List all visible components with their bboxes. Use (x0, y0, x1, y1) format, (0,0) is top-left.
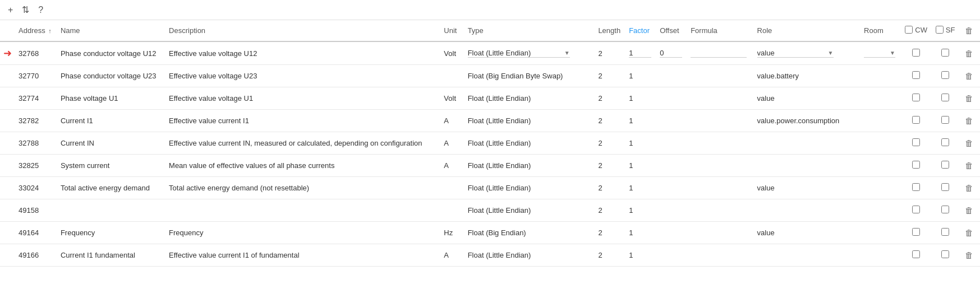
cell-sf[interactable] (932, 41, 959, 65)
cw-checkbox[interactable] (912, 116, 920, 124)
sf-checkbox[interactable] (941, 116, 949, 124)
sf-header-checkbox[interactable] (936, 26, 944, 34)
cell-role: value (754, 222, 861, 244)
cw-checkbox[interactable] (912, 49, 920, 57)
cw-checkbox[interactable] (912, 250, 920, 258)
cell-offset (656, 110, 687, 132)
sf-checkbox[interactable] (941, 94, 949, 101)
cell-sf[interactable] (932, 132, 959, 155)
cell-room[interactable]: ▼ (861, 41, 901, 65)
cw-checkbox[interactable] (912, 161, 920, 169)
role-select[interactable]: valuevalue.batteryvalue.power.consumptio… (757, 49, 836, 57)
type-select[interactable]: Float (Little Endian)Float (Big Endian)F… (468, 49, 572, 57)
cell-formula (687, 65, 753, 87)
cell-sf[interactable] (932, 87, 959, 110)
cell-formula[interactable] (687, 41, 753, 65)
cell-cw[interactable] (901, 155, 932, 177)
cell-delete[interactable]: 🗑 (959, 155, 980, 177)
sf-checkbox[interactable] (941, 161, 949, 169)
cell-cw[interactable] (901, 110, 932, 132)
cell-description (165, 199, 440, 222)
cw-checkbox[interactable] (912, 206, 920, 213)
cw-checkbox[interactable] (912, 71, 920, 79)
cell-description: Effective value voltage U23 (165, 65, 440, 87)
cell-factor[interactable] (625, 41, 656, 65)
cell-address: 33024 (15, 177, 57, 199)
col-header-cw[interactable]: CW (901, 20, 932, 41)
cell-sf[interactable] (932, 244, 959, 267)
cell-sf[interactable] (932, 65, 959, 87)
cell-cw[interactable] (901, 199, 932, 222)
help-button[interactable]: ? (36, 4, 45, 16)
sf-checkbox[interactable] (941, 250, 949, 258)
formula-input[interactable] (691, 49, 747, 58)
cell-type[interactable]: Float (Little Endian)Float (Big Endian)F… (464, 41, 595, 65)
factor-input[interactable] (629, 49, 651, 58)
add-button[interactable]: + (6, 4, 15, 16)
cell-address: 32774 (15, 87, 57, 110)
cell-delete[interactable]: 🗑 (959, 177, 980, 199)
cell-cw[interactable] (901, 87, 932, 110)
cell-formula (687, 177, 753, 199)
cell-sf[interactable] (932, 177, 959, 199)
cw-header-checkbox[interactable] (905, 26, 913, 34)
delete-row-button[interactable]: 🗑 (963, 70, 976, 82)
cell-offset[interactable] (656, 41, 687, 65)
delete-row-button[interactable]: 🗑 (963, 249, 976, 261)
cell-cw[interactable] (901, 222, 932, 244)
cell-delete[interactable]: 🗑 (959, 65, 980, 87)
sf-checkbox[interactable] (941, 183, 949, 191)
cw-checkbox[interactable] (912, 94, 920, 101)
col-header-address[interactable]: Address ↑ (15, 20, 57, 41)
cell-type: Float (Big Endian) (464, 222, 595, 244)
cell-offset (656, 177, 687, 199)
cell-cw[interactable] (901, 41, 932, 65)
cell-cw[interactable] (901, 177, 932, 199)
delete-row-button[interactable]: 🗑 (963, 182, 976, 194)
cell-length: 2 (595, 87, 625, 110)
cell-cw[interactable] (901, 244, 932, 267)
cell-sf[interactable] (932, 110, 959, 132)
col-header-sf[interactable]: SF (932, 20, 959, 41)
sf-checkbox[interactable] (941, 49, 949, 57)
cell-cw[interactable] (901, 132, 932, 155)
delete-row-button[interactable]: 🗑 (963, 92, 976, 104)
delete-row-button[interactable]: 🗑 (963, 160, 976, 171)
delete-row-button[interactable]: 🗑 (963, 204, 976, 216)
cell-sf[interactable] (932, 222, 959, 244)
delete-all-button[interactable]: 🗑 (963, 25, 976, 36)
cell-delete[interactable]: 🗑 (959, 87, 980, 110)
delete-row-button[interactable]: 🗑 (963, 48, 976, 59)
offset-input[interactable] (660, 49, 682, 58)
cell-sf[interactable] (932, 199, 959, 222)
cell-delete[interactable]: 🗑 (959, 199, 980, 222)
cell-delete[interactable]: 🗑 (959, 41, 980, 65)
sf-checkbox[interactable] (941, 228, 949, 236)
cell-factor: 1 (625, 110, 656, 132)
cell-offset (656, 244, 687, 267)
cell-cw[interactable] (901, 65, 932, 87)
cell-address: 32770 (15, 65, 57, 87)
sf-checkbox[interactable] (941, 206, 949, 213)
delete-row-button[interactable]: 🗑 (963, 137, 976, 149)
sort-button[interactable]: ⇅ (20, 3, 31, 16)
cell-sf[interactable] (932, 155, 959, 177)
cw-checkbox[interactable] (912, 138, 920, 146)
sf-checkbox[interactable] (941, 71, 949, 79)
cell-delete[interactable]: 🗑 (959, 132, 980, 155)
cell-delete[interactable]: 🗑 (959, 244, 980, 267)
delete-row-button[interactable]: 🗑 (963, 227, 976, 239)
cell-delete[interactable]: 🗑 (959, 110, 980, 132)
table-row: 32782Current I1Effective value current I… (0, 110, 980, 132)
cell-length: 2 (595, 132, 625, 155)
cw-checkbox[interactable] (912, 228, 920, 236)
room-select[interactable] (864, 49, 898, 57)
col-header-delete: 🗑 (959, 20, 980, 41)
cell-type: Float (Little Endian) (464, 132, 595, 155)
cell-length: 2 (595, 65, 625, 87)
sf-checkbox[interactable] (941, 138, 949, 146)
delete-row-button[interactable]: 🗑 (963, 115, 976, 127)
cw-checkbox[interactable] (912, 183, 920, 191)
cell-delete[interactable]: 🗑 (959, 222, 980, 244)
cell-role[interactable]: valuevalue.batteryvalue.power.consumptio… (754, 41, 861, 65)
